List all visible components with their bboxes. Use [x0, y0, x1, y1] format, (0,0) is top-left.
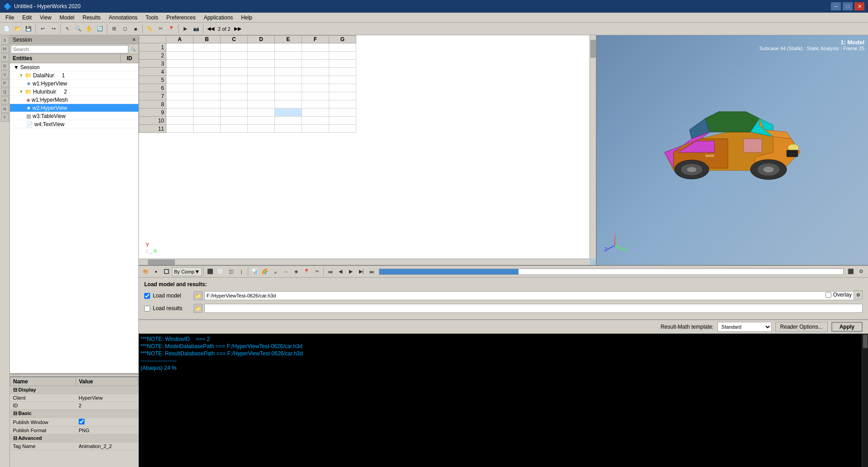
- side-icon-post[interactable]: P: [1, 79, 9, 87]
- side-icon-tools[interactable]: T: [1, 113, 9, 122]
- tb-save[interactable]: 💾: [24, 24, 33, 34]
- session-close[interactable]: ×: [132, 37, 136, 43]
- tree-hulunbuir-w2[interactable]: ★ w2:HyperView: [10, 104, 138, 112]
- vscroll-thumb[interactable]: [590, 40, 596, 58]
- side-icon-anim[interactable]: A: [1, 96, 9, 104]
- load-results-browse-button[interactable]: 📁: [193, 304, 203, 313]
- vt-end[interactable]: ⏭: [367, 267, 377, 277]
- vt-play[interactable]: ⏮: [325, 267, 335, 277]
- search-button[interactable]: 🔍: [128, 45, 137, 53]
- menu-file[interactable]: File: [2, 14, 18, 22]
- menu-edit[interactable]: Edit: [19, 14, 35, 22]
- load-model-path-input[interactable]: [204, 291, 863, 300]
- vt-probe2[interactable]: 📍: [302, 267, 311, 277]
- vt-cube[interactable]: ⬛: [205, 267, 215, 277]
- menu-results[interactable]: Results: [79, 14, 104, 22]
- apply-button[interactable]: Apply: [831, 322, 863, 332]
- tb-new[interactable]: 📄: [2, 24, 12, 34]
- sheet-col-g[interactable]: G: [329, 36, 356, 43]
- sheet-col-f[interactable]: F: [302, 36, 329, 43]
- side-icon-view[interactable]: V: [1, 71, 9, 79]
- load-results-path-input[interactable]: [204, 304, 863, 313]
- menu-view[interactable]: View: [36, 14, 55, 22]
- vt-free[interactable]: ◫: [226, 267, 236, 277]
- hscroll-thumb[interactable]: [148, 259, 175, 265]
- tree-hulunbuir[interactable]: ▼ 📁 Hulunbuir 2: [10, 88, 138, 96]
- tb-select[interactable]: ↖: [62, 24, 72, 34]
- sheet-col-c[interactable]: C: [221, 36, 248, 43]
- vt-contour[interactable]: 🌈: [260, 267, 270, 277]
- vt-vector[interactable]: →: [281, 267, 291, 277]
- overlay-options-button[interactable]: ⚙: [854, 290, 863, 299]
- tb-redo[interactable]: ↪: [48, 24, 58, 34]
- menu-tools[interactable]: Tools: [142, 14, 162, 22]
- tb-wireframe[interactable]: ◻: [120, 24, 130, 34]
- menu-applications[interactable]: Applications: [200, 14, 237, 22]
- side-icon-model[interactable]: M: [1, 45, 9, 53]
- tb-zoom[interactable]: 🔍: [73, 24, 83, 34]
- tb-undo[interactable]: ↩: [38, 24, 47, 34]
- tb-fit[interactable]: ⊞: [109, 24, 119, 34]
- vt-export[interactable]: ⬛: [846, 267, 856, 277]
- result-math-template-select[interactable]: Standard Custom: [717, 322, 772, 332]
- nav-back[interactable]: ◀◀: [207, 26, 214, 32]
- sheet-vscrollbar[interactable]: [590, 35, 596, 259]
- tree-hulunbuir-w3[interactable]: ▦ w3:TableView: [10, 112, 138, 120]
- side-icon-display[interactable]: D: [1, 62, 9, 70]
- load-model-browse-button[interactable]: 📁: [193, 291, 203, 300]
- tb-probe[interactable]: 📍: [166, 24, 176, 34]
- search-input[interactable]: [11, 45, 128, 53]
- sheet-col-d[interactable]: D: [248, 36, 275, 43]
- vt-iso[interactable]: ◈: [291, 267, 301, 277]
- vt-prev[interactable]: ◀: [335, 267, 345, 277]
- menu-help[interactable]: Help: [237, 14, 256, 22]
- log-scrollbar[interactable]: [862, 334, 868, 467]
- vt-model[interactable]: 🔲: [161, 267, 171, 277]
- tb-animate[interactable]: ▶: [180, 24, 190, 34]
- load-results-checkbox[interactable]: [144, 306, 150, 311]
- vt-section2[interactable]: ✂: [312, 267, 322, 277]
- vt-color[interactable]: ●: [151, 267, 161, 277]
- tb-rotate[interactable]: 🔄: [95, 24, 105, 34]
- menu-model[interactable]: Model: [56, 14, 78, 22]
- vt-shell[interactable]: ⬜: [216, 267, 226, 277]
- vt-result[interactable]: 📊: [250, 267, 259, 277]
- sheet-col-a[interactable]: A: [166, 36, 193, 43]
- nav-fwd[interactable]: ▶▶: [234, 26, 241, 32]
- tb-capture[interactable]: 📷: [191, 24, 201, 34]
- side-icon-query[interactable]: Q: [1, 88, 9, 96]
- close-button[interactable]: ✕: [854, 2, 864, 10]
- props-publish-window-value[interactable]: [76, 418, 138, 427]
- log-scroll-thumb[interactable]: [863, 335, 868, 348]
- tree-dalainur-w1[interactable]: ★ w1:HyperView: [10, 80, 138, 88]
- vt-bar[interactable]: |: [236, 267, 246, 277]
- side-icon-results[interactable]: R: [1, 53, 9, 61]
- tb-section[interactable]: ✂: [156, 24, 165, 34]
- tree-session[interactable]: ▼ Session: [10, 63, 138, 71]
- sheet-col-e[interactable]: E: [275, 36, 302, 43]
- load-model-checkbox[interactable]: [144, 293, 150, 299]
- vt-tensor[interactable]: ⟁: [270, 267, 280, 277]
- tree-hulunbuir-w4[interactable]: 📄 w4:TextView: [10, 120, 138, 128]
- vt-next[interactable]: ▶|: [356, 267, 366, 277]
- side-icon-notes[interactable]: N: [1, 105, 9, 113]
- anim-progress-bar[interactable]: [379, 269, 844, 275]
- maximize-button[interactable]: □: [843, 2, 853, 10]
- vt-palette[interactable]: 🎨: [141, 267, 151, 277]
- menu-preferences[interactable]: Preferences: [163, 14, 199, 22]
- publish-window-checkbox[interactable]: [79, 419, 85, 425]
- by-comp-dropdown[interactable]: By Comp ▼: [172, 267, 202, 276]
- tree-hulunbuir-w1[interactable]: ◈ w1:HyperMesh: [10, 96, 138, 104]
- vt-playbtn[interactable]: ▶: [346, 267, 356, 277]
- side-icon-session[interactable]: S: [1, 36, 9, 44]
- sheet-col-b[interactable]: B: [193, 36, 221, 43]
- tb-measure[interactable]: 📏: [145, 24, 155, 34]
- spreadsheet[interactable]: A B C D E F G 1 2 3: [139, 35, 590, 259]
- tb-pan[interactable]: ✋: [84, 24, 94, 34]
- sheet-hscrollbar[interactable]: [139, 259, 590, 265]
- reader-options-button[interactable]: Reader Options...: [775, 322, 828, 332]
- overlay-checkbox[interactable]: [826, 292, 831, 298]
- tb-open[interactable]: 📂: [13, 24, 23, 34]
- menu-annotations[interactable]: Annotations: [105, 14, 141, 22]
- minimize-button[interactable]: ─: [831, 2, 841, 10]
